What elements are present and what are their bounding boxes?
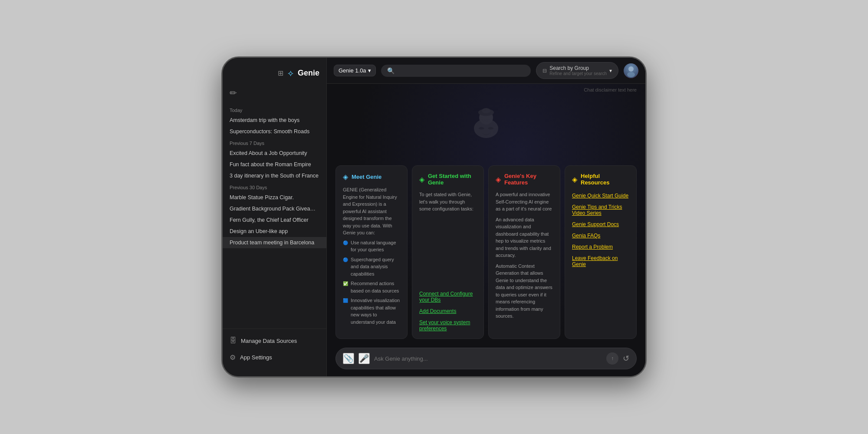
search-group-sublabel: Refine and target your search xyxy=(549,71,607,76)
search-bar[interactable]: 🔍 xyxy=(381,65,531,77)
add-documents-link[interactable]: Add Documents xyxy=(419,308,477,314)
header: Genie 1.0a ▾ 🔍 ⊟ Search by Group Refine … xyxy=(327,58,645,84)
meet-genie-title: Meet Genie xyxy=(352,174,381,180)
bullet-4: 🟦 Innovative visualization capabilities … xyxy=(343,297,400,326)
input-bar: 📎 🎤 ↑ ↺ xyxy=(335,348,637,369)
refresh-icon: ↺ xyxy=(623,354,629,363)
app-settings-label: App Settings xyxy=(240,354,272,361)
chat-input[interactable] xyxy=(374,355,602,362)
key-features-body: A powerful and innovative Self-Correctin… xyxy=(496,191,553,332)
sidebar-item-job[interactable]: Excited About a Job Opportunity xyxy=(223,148,326,159)
input-area: 📎 🎤 ↑ ↺ xyxy=(327,343,645,376)
app-settings-button[interactable]: ⚙ App Settings xyxy=(223,349,326,366)
sidebar-item-uber[interactable]: Design an Uber-like app xyxy=(223,226,326,237)
sidebar: ⊞ ⟡ Genie ✏ Today Amsterdam trip with th… xyxy=(223,58,327,376)
attach-button[interactable]: 📎 xyxy=(343,353,354,364)
sidebar-item-fern[interactable]: Fern Gully, the Chief Leaf Officer xyxy=(223,214,326,226)
sidebar-item-barcelona[interactable]: Product team meeting in Barcelona xyxy=(223,237,326,248)
version-button[interactable]: Genie 1.0a ▾ xyxy=(334,65,376,76)
card-get-started-header: ◈ Get Started with Genie xyxy=(419,173,477,186)
voice-preferences-link[interactable]: Set your voice system preferences xyxy=(419,319,477,332)
card-helpful-resources-header: ◈ Helpful Resources xyxy=(572,173,629,186)
section-today-label: Today xyxy=(223,104,326,115)
settings-icon: ⚙ xyxy=(230,353,236,362)
new-chat-area: ✏ xyxy=(223,85,326,101)
genie-logo-svg xyxy=(460,105,512,157)
sidebar-header: ⊞ ⟡ Genie xyxy=(223,65,326,85)
bullet-2: 🔵 Supercharged query and data analysis c… xyxy=(343,256,400,278)
sidebar-item-superconductors[interactable]: Superconductors: Smooth Roads xyxy=(223,126,326,137)
svg-point-1 xyxy=(628,66,634,72)
send-icon: ↑ xyxy=(611,355,614,362)
svg-point-6 xyxy=(482,108,490,113)
sidebar-item-france[interactable]: 3 day itinerary in the South of France xyxy=(223,170,326,181)
genie-logo-area xyxy=(327,96,645,161)
card-key-features-header: ◈ Genie's Key Features xyxy=(496,173,553,186)
key-features-title: Genie's Key Features xyxy=(504,173,553,186)
new-chat-button[interactable]: ✏ xyxy=(230,88,237,98)
connect-dbs-link[interactable]: Connect and Configure your DBs xyxy=(419,291,477,303)
svg-point-2 xyxy=(627,72,635,77)
manage-data-sources-button[interactable]: 🗄 Manage Data Sources xyxy=(223,332,326,349)
support-docs-link[interactable]: Genie Support Docs xyxy=(572,221,629,227)
main-content: Genie 1.0a ▾ 🔍 ⊟ Search by Group Refine … xyxy=(327,58,645,376)
device-frame: ⊞ ⟡ Genie ✏ Today Amsterdam trip with th… xyxy=(221,56,647,378)
bullet-4-icon: 🟦 xyxy=(343,297,348,304)
key-features-icon: ◈ xyxy=(496,175,501,184)
helpful-resources-title: Helpful Resources xyxy=(581,173,629,186)
search-input[interactable] xyxy=(398,67,525,74)
card-meet-genie-header: ◈ Meet Genie xyxy=(343,173,400,181)
sidebar-app-title: Genie xyxy=(298,69,319,78)
get-started-title: Get Started with Genie xyxy=(428,173,477,186)
send-button[interactable]: ↑ xyxy=(606,352,618,365)
quick-start-guide-link[interactable]: Genie Quick Start Guide xyxy=(572,193,629,199)
bullet-2-icon: 🔵 xyxy=(343,256,348,263)
bullet-3: ✅ Recommend actions based on data source… xyxy=(343,280,400,294)
chat-area: Chat disclaimer text here xyxy=(327,84,645,343)
search-group-button[interactable]: ⊟ Search by Group Refine and target your… xyxy=(536,62,618,79)
faqs-link[interactable]: Genia FAQs xyxy=(572,233,629,239)
genie-logo-icon: ⟡ xyxy=(288,68,293,78)
section-30days-label: Previous 30 Days xyxy=(223,181,326,192)
card-key-features: ◈ Genie's Key Features A powerful and in… xyxy=(488,165,560,339)
avatar[interactable] xyxy=(624,63,638,78)
cards-grid: ◈ Meet Genie GENIE (Generalized Engine f… xyxy=(327,161,645,343)
card-get-started: ◈ Get Started with Genie To get stated w… xyxy=(412,165,484,339)
helpful-resources-icon: ◈ xyxy=(572,175,577,184)
tips-tricks-link[interactable]: Genie Tips and Tricks Video Series xyxy=(572,204,629,216)
search-group-label: Search by Group xyxy=(549,65,589,71)
sidebar-item-gradient[interactable]: Gradient Background Pack Giveaway xyxy=(223,203,326,214)
meet-genie-body: GENIE (Generalized Engine for Natural In… xyxy=(343,186,400,332)
meet-genie-icon: ◈ xyxy=(343,173,348,181)
sidebar-item-roman[interactable]: Fun fact about the Roman Empire xyxy=(223,159,326,170)
chevron-down-icon-2: ▾ xyxy=(609,68,612,74)
refresh-button[interactable]: ↺ xyxy=(623,354,629,363)
search-icon: 🔍 xyxy=(387,67,395,74)
report-problem-link[interactable]: Report a Problem xyxy=(572,244,629,250)
sidebar-item-amsterdam[interactable]: Amsterdam trip with the boys xyxy=(223,115,326,126)
sidebar-bottom: 🗄 Manage Data Sources ⚙ App Settings xyxy=(223,329,326,369)
card-meet-genie: ◈ Meet Genie GENIE (Generalized Engine f… xyxy=(335,165,408,339)
filter-icon: ⊟ xyxy=(542,68,547,74)
mic-button[interactable]: 🎤 xyxy=(358,353,370,364)
database-icon: 🗄 xyxy=(230,337,237,345)
get-started-body: To get stated with Genie, let's walk you… xyxy=(419,191,477,286)
card-helpful-resources: ◈ Helpful Resources Genie Quick Start Gu… xyxy=(565,165,637,339)
get-started-icon: ◈ xyxy=(419,175,424,184)
section-7days-label: Previous 7 Days xyxy=(223,137,326,148)
chat-disclaimer: Chat disclaimer text here xyxy=(327,84,645,96)
bullet-1: 🔵 Use natural language for your queries xyxy=(343,239,400,253)
leave-feedback-link[interactable]: Leave Feedback on Genie xyxy=(572,255,629,267)
sidebar-item-marble[interactable]: Marble Statue Pizza Cigar. xyxy=(223,192,326,203)
manage-data-sources-label: Manage Data Sources xyxy=(241,338,297,344)
sidebar-toggle-icon[interactable]: ⊞ xyxy=(278,69,283,77)
version-label: Genie 1.0a xyxy=(339,67,366,74)
chevron-down-icon: ▾ xyxy=(368,67,371,74)
bullet-1-icon: 🔵 xyxy=(343,240,348,246)
bullet-3-icon: ✅ xyxy=(343,280,348,287)
